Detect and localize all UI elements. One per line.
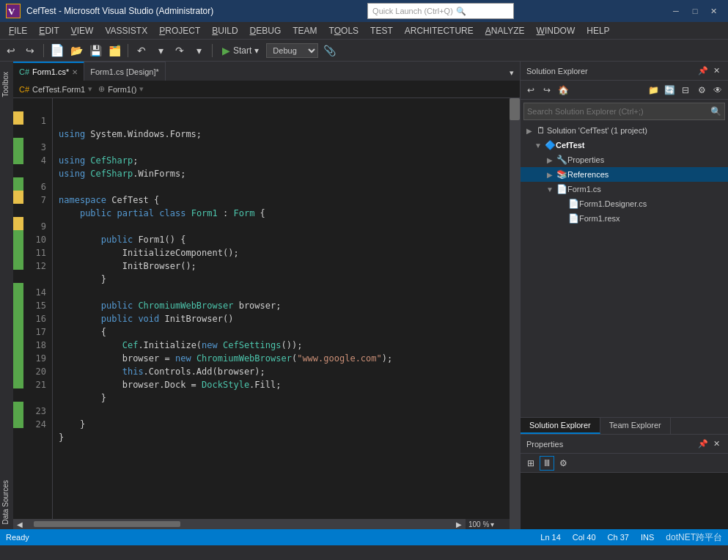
- menu-file[interactable]: FILE: [3, 24, 33, 37]
- vs-logo: V: [6, 4, 21, 18]
- save-all-button[interactable]: 🗂️: [106, 43, 122, 59]
- tree-expand-solution[interactable]: ▶: [523, 125, 535, 136]
- solution-search-box[interactable]: 🔍: [523, 103, 725, 120]
- back-button[interactable]: ↩: [3, 43, 19, 59]
- home-button[interactable]: 🏠: [556, 83, 570, 97]
- show-all-files-button[interactable]: 📁: [646, 83, 661, 97]
- ind-11: [13, 243, 23, 257]
- menu-vassistx[interactable]: VASSISTX: [99, 24, 153, 37]
- properties-close-button[interactable]: ✕: [710, 438, 722, 450]
- menu-tools[interactable]: TOOLS: [323, 24, 364, 37]
- tab-label-1: Form1.cs [Design]*: [90, 67, 159, 76]
- code-content[interactable]: using System.Windows.Forms; using CefSha…: [53, 98, 510, 519]
- tree-expand-ceftest[interactable]: ▼: [532, 139, 544, 151]
- menu-edit[interactable]: EDIT: [33, 24, 65, 37]
- tree-item-properties[interactable]: ▶ 🔧 Properties: [521, 152, 728, 167]
- redo-button[interactable]: ↷: [172, 43, 188, 59]
- ind-12: [13, 257, 23, 270]
- new-file-button[interactable]: 📄: [49, 43, 65, 59]
- config-select[interactable]: Debug Release: [266, 43, 318, 58]
- data-sources-tab[interactable]: Data Sources: [0, 476, 13, 529]
- menu-debug[interactable]: DEBUG: [244, 24, 287, 37]
- tree-expand-form1cs[interactable]: ▼: [544, 183, 556, 195]
- properties-panel: Properties 📌 ✕ ⊞ Ⅲ ⚙: [521, 434, 728, 529]
- tree-item-form1resx[interactable]: 📄 Form1.resx: [521, 211, 728, 226]
- menu-window[interactable]: WINDOW: [531, 24, 581, 37]
- menu-architecture[interactable]: ARCHITECTURE: [399, 24, 479, 37]
- prop-pages-icon[interactable]: ⚙: [556, 456, 570, 471]
- h-scrollbar-thumb[interactable]: [34, 521, 180, 527]
- properties-nav-button[interactable]: ⚙: [694, 83, 709, 97]
- preview-button[interactable]: 👁: [710, 83, 725, 97]
- tree-item-references[interactable]: ▶ 📚 References: [521, 167, 728, 182]
- tab-list-button[interactable]: ▾: [504, 65, 520, 81]
- solution-explorer-toolbar: ↩ ↪ 🏠 📁 🔄 ⊟ ⚙ 👁: [521, 81, 728, 100]
- quick-launch-box[interactable]: Quick Launch (Ctrl+Q) 🔍: [367, 3, 514, 19]
- solution-search-input[interactable]: [524, 107, 707, 116]
- forward-button[interactable]: ↪: [22, 43, 38, 59]
- toolbox-tab[interactable]: Toolbox: [0, 67, 13, 101]
- se-tab-solution-explorer[interactable]: Solution Explorer: [521, 418, 600, 434]
- menu-team[interactable]: TEAM: [287, 24, 323, 37]
- start-button[interactable]: ▶ Start ▾: [218, 43, 263, 58]
- vertical-scrollbar[interactable]: [510, 98, 520, 519]
- properties-pin-button[interactable]: 📌: [697, 438, 709, 450]
- refresh-button[interactable]: 🔄: [662, 83, 677, 97]
- tree-item-ceftest[interactable]: ▼ 🔷 CefTest: [521, 138, 728, 152]
- ind-24: [13, 415, 23, 428]
- se-tab-team-explorer[interactable]: Team Explorer: [600, 418, 671, 434]
- collapse-button[interactable]: ⊟: [678, 83, 693, 97]
- tree-expand-properties[interactable]: ▶: [544, 154, 556, 166]
- tree-item-form1designer[interactable]: 📄 Form1.Designer.cs: [521, 196, 728, 211]
- undo-dropdown[interactable]: ▾: [152, 43, 169, 59]
- forward-nav-button[interactable]: ↪: [540, 83, 554, 97]
- scrollbar-thumb[interactable]: [510, 98, 520, 120]
- tab-form1-cs[interactable]: C# Form1.cs* ✕: [13, 62, 84, 81]
- menu-help[interactable]: HELP: [581, 24, 615, 37]
- scroll-right-button[interactable]: ▶: [452, 519, 466, 529]
- ind-2: [13, 125, 23, 138]
- zoom-dropdown[interactable]: ▾: [490, 520, 494, 528]
- solution-tree[interactable]: ▶ 🗒 Solution 'CefTest' (1 project) ▼ 🔷 C…: [521, 123, 728, 417]
- tree-item-solution[interactable]: ▶ 🗒 Solution 'CefTest' (1 project): [521, 123, 728, 138]
- start-dropdown[interactable]: ▾: [254, 45, 259, 56]
- properties-toolbar: ⊞ Ⅲ ⚙: [521, 454, 728, 473]
- horizontal-scrollbar[interactable]: ◀ ▶ 100 % ▾: [13, 519, 520, 529]
- back-nav-button[interactable]: ↩: [523, 83, 538, 97]
- pin-button[interactable]: 📌: [697, 65, 709, 77]
- categorize-icon[interactable]: ⊞: [523, 456, 538, 471]
- breadcrumb-member[interactable]: ⊕ Form1() ▾: [98, 84, 144, 94]
- ind-7: [13, 191, 23, 204]
- tab-close-0[interactable]: ✕: [72, 68, 78, 76]
- restore-button[interactable]: □: [687, 3, 703, 19]
- ceftest-icon: 🔷: [544, 139, 556, 151]
- ind-23: [13, 402, 23, 415]
- h-scrollbar-track[interactable]: [26, 521, 452, 527]
- ind-16: [13, 309, 23, 323]
- alphabetical-icon[interactable]: Ⅲ: [540, 456, 554, 471]
- menu-test[interactable]: TEST: [364, 24, 399, 37]
- redo-dropdown[interactable]: ▾: [191, 43, 207, 59]
- scroll-left-button[interactable]: ◀: [13, 519, 26, 529]
- menu-analyze[interactable]: ANALYZE: [479, 24, 531, 37]
- tree-item-form1cs[interactable]: ▼ 📄 Form1.cs: [521, 182, 728, 196]
- panel-close-button[interactable]: ✕: [710, 65, 722, 77]
- tree-label-form1cs: Form1.cs: [567, 185, 601, 194]
- properties-title: Properties: [526, 440, 563, 449]
- minimize-button[interactable]: ─: [668, 3, 684, 19]
- code-editor[interactable]: 1 3 4 6 7 9 10 11 12 14 15 16 17 18 19 2: [13, 98, 520, 519]
- editor-area: C# Form1.cs* ✕ Form1.cs [Design]* ▾ C# C…: [13, 62, 520, 529]
- close-button[interactable]: ✕: [706, 3, 722, 19]
- menu-build[interactable]: BUILD: [206, 24, 243, 37]
- watermark-text: dotNET跨平台: [666, 531, 722, 544]
- save-button[interactable]: 💾: [87, 43, 103, 59]
- tab-form1-design[interactable]: Form1.cs [Design]*: [84, 62, 166, 81]
- undo-button[interactable]: ↶: [133, 43, 150, 59]
- tree-expand-references[interactable]: ▶: [544, 169, 556, 180]
- left-sidebar: Toolbox Data Sources: [0, 62, 13, 529]
- menu-view[interactable]: VIEW: [65, 24, 100, 37]
- attach-button[interactable]: 📎: [321, 43, 337, 59]
- open-button[interactable]: 📂: [68, 43, 84, 59]
- breadcrumb-namespace[interactable]: C# CefTest.Form1 ▾: [19, 84, 92, 94]
- menu-project[interactable]: PROJECT: [153, 24, 206, 37]
